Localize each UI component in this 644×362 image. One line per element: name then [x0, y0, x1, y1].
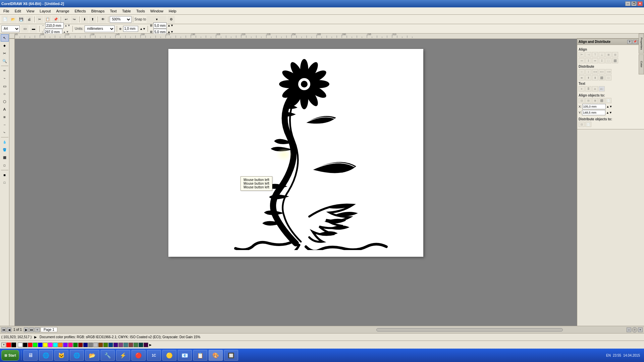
menu-text[interactable]: Text — [107, 8, 119, 14]
polygon-tool[interactable]: ⬡ — [1, 98, 9, 105]
select-tool[interactable]: ↖ — [1, 34, 9, 42]
color-swatch-3[interactable] — [33, 343, 38, 347]
color-swatch-6[interactable] — [48, 343, 53, 347]
connector-tool[interactable]: ⤷ — [1, 129, 9, 136]
color-swatch-8[interactable] — [58, 343, 63, 347]
color-swatch-21[interactable] — [123, 343, 128, 347]
taskbar-app-ie[interactable]: 🌐 — [70, 350, 84, 361]
menu-layout[interactable]: Layout — [37, 8, 53, 14]
color-swatch-10[interactable] — [68, 343, 73, 347]
color-swatch-25[interactable] — [144, 343, 148, 347]
landscape-button[interactable]: ▬ — [30, 25, 37, 33]
close-button[interactable]: ✕ — [637, 1, 643, 6]
taskbar-app-7[interactable]: ⚡ — [116, 350, 130, 361]
redo-button[interactable]: ↪ — [70, 16, 78, 23]
page-last-btn[interactable]: ⏭ — [29, 327, 34, 332]
rectangle-tool[interactable]: ▭ — [1, 82, 9, 90]
ellipse-tool[interactable]: ○ — [1, 90, 9, 98]
color-swatch-23[interactable] — [133, 343, 138, 347]
new-button[interactable]: 📄 — [1, 16, 9, 23]
h-scrollbar[interactable] — [314, 326, 625, 333]
zoom-reset-btn[interactable]: ○ — [632, 327, 637, 333]
taskbar-app-8[interactable]: 🔴 — [131, 350, 146, 361]
color-swatch-19[interactable] — [113, 343, 118, 347]
menu-edit[interactable]: Edit — [12, 8, 24, 14]
taskbar-app-10[interactable]: 🟡 — [162, 350, 176, 361]
smart-draw-tool[interactable]: ~ — [1, 75, 9, 82]
color-swatch-2[interactable] — [28, 343, 33, 347]
open-button[interactable]: 📂 — [9, 16, 17, 23]
menu-file[interactable]: File — [1, 8, 12, 14]
snap-toggle[interactable]: ▼ — [147, 16, 167, 23]
blend-tool[interactable]: ⬛ — [1, 154, 9, 161]
units-select[interactable]: millimeters — [85, 25, 115, 32]
freehand-tool[interactable]: ✏ — [1, 67, 9, 74]
taskbar-app-1c[interactable]: 1C — [147, 350, 161, 361]
color-swatch-11[interactable] — [73, 343, 78, 347]
color-swatch-24[interactable] — [139, 343, 143, 347]
text-tool[interactable]: A — [1, 106, 9, 113]
outline-tool[interactable]: □ — [1, 179, 9, 186]
zoom-select[interactable]: 500%200%100%75%50% — [110, 16, 131, 23]
transparency-tool[interactable]: ◻ — [1, 162, 9, 169]
color-swatch-7[interactable] — [53, 343, 58, 347]
color-swatch-14[interactable] — [88, 343, 93, 347]
add-page-btn[interactable]: + — [35, 327, 40, 332]
menu-bitmaps[interactable]: Bitmaps — [89, 8, 107, 14]
right-tab-properties[interactable]: Properties — [639, 39, 644, 54]
fill-tool[interactable]: 🪣 — [1, 146, 9, 154]
taskbar-app-explorer[interactable]: 🖥 — [23, 350, 38, 361]
taskbar-app-6[interactable]: 🔧 — [101, 350, 115, 361]
restore-button[interactable]: ❐ — [631, 1, 637, 6]
cut-button[interactable]: ✂ — [36, 16, 43, 23]
menu-window[interactable]: Window — [148, 8, 166, 14]
zoom-in-btn[interactable]: + — [638, 327, 643, 332]
menu-table[interactable]: Table — [119, 8, 133, 14]
color-swatch-20[interactable] — [118, 343, 123, 347]
eyedropper-tool[interactable]: 💧 — [1, 138, 9, 146]
page-prev-btn[interactable]: ◀ — [7, 327, 11, 332]
save-button[interactable]: 💾 — [17, 16, 25, 23]
color-swatch-17[interactable] — [103, 343, 108, 347]
nudge-input[interactable] — [123, 26, 138, 32]
taskbar-app-3[interactable]: 🐱 — [54, 350, 68, 361]
color-swatch-12[interactable] — [78, 343, 83, 347]
color-swatch-4[interactable] — [38, 343, 43, 347]
color-fill-tool[interactable]: ■ — [1, 171, 9, 179]
portrait-button[interactable]: ▭ — [21, 25, 29, 33]
color-swatch-0[interactable] — [18, 343, 22, 347]
taskbar-app-11[interactable]: 📧 — [178, 350, 192, 361]
export-button[interactable]: ⬆ — [89, 16, 96, 23]
menu-tools[interactable]: Tools — [133, 8, 148, 14]
page-size-select[interactable]: A4 — [1, 25, 20, 32]
right-tab-color[interactable]: Color — [639, 54, 644, 74]
no-fill-swatch[interactable]: ✕ — [1, 343, 6, 347]
print-button[interactable]: 🖨 — [25, 16, 33, 23]
width-input[interactable] — [45, 22, 64, 28]
copy-button[interactable]: 📋 — [44, 16, 51, 23]
menu-arrange[interactable]: Arrange — [53, 8, 72, 14]
menu-effects[interactable]: Effects — [72, 8, 89, 14]
color-swatch-18[interactable] — [108, 343, 113, 347]
dimension-tool[interactable]: ↔ — [1, 121, 9, 128]
color-swatch-5[interactable] — [43, 343, 48, 347]
crop-tool[interactable]: ✂ — [1, 50, 9, 57]
x-input[interactable] — [582, 104, 606, 109]
color-swatch-22[interactable] — [128, 343, 133, 347]
snap-settings[interactable]: ⚙ — [167, 16, 175, 23]
page-first-btn[interactable]: ⏮ — [1, 327, 6, 332]
taskbar-app-chrome[interactable]: 🌐 — [39, 350, 53, 361]
color-swatch-15[interactable] — [93, 343, 98, 347]
zoom-out-btn[interactable]: − — [627, 327, 631, 332]
y-input[interactable] — [582, 110, 605, 115]
taskbar-app-14[interactable]: 🔲 — [224, 350, 238, 361]
start-button[interactable]: ⊞ Start — [1, 350, 19, 361]
coords-arrow[interactable]: ▶ — [34, 335, 37, 339]
menu-help[interactable]: Help — [166, 8, 179, 14]
undo-button[interactable]: ↩ — [62, 16, 70, 23]
shape-tool[interactable]: ◆ — [1, 42, 9, 49]
table-tool[interactable]: ⊞ — [1, 113, 9, 121]
color-swatch-16[interactable] — [98, 343, 103, 347]
canvas-content[interactable]: Mouse button left Mouse button left Mous… — [15, 39, 577, 326]
page-tab-1[interactable]: Page 1 — [41, 327, 57, 332]
